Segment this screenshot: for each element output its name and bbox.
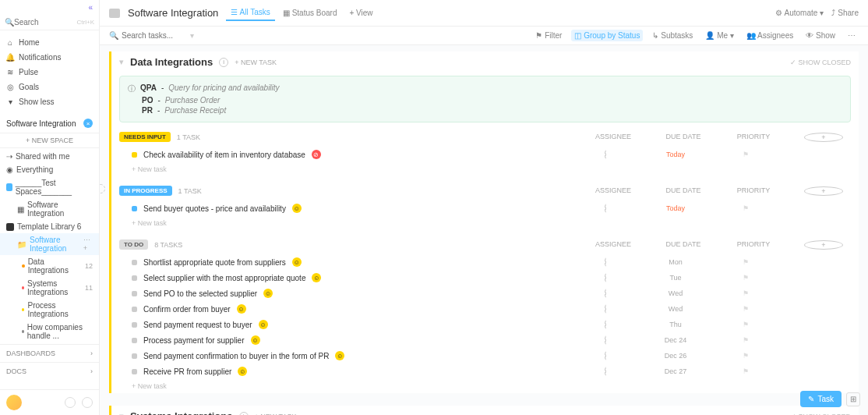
tab-status-board[interactable]: ▦ Status Board xyxy=(278,5,342,21)
task-row[interactable]: Shortlist appropriate quote from supplie… xyxy=(111,254,859,270)
sidebar-item-shared[interactable]: ⇢Shared with me xyxy=(0,150,99,163)
task-row[interactable]: Receive PR from supplier ☺ Dec 27 ⚑ xyxy=(111,364,859,379)
due-date[interactable]: Wed xyxy=(656,305,695,313)
new-task-button[interactable]: + NEW TASK xyxy=(235,59,277,66)
due-date[interactable]: Tue xyxy=(656,274,695,282)
filter-button[interactable]: ⚑ Filter xyxy=(532,30,565,41)
task-row[interactable]: Process payment for supplier ☺ Dec 24 ⚑ xyxy=(111,332,859,348)
due-date[interactable]: Today xyxy=(656,151,695,158)
assignee-placeholder[interactable] xyxy=(605,367,606,376)
sidebar-item-test-spaces[interactable]: ______Test Spaces_______ xyxy=(0,176,99,198)
sidebar-search[interactable]: 🔍 Ctrl+K xyxy=(0,15,99,30)
due-date[interactable]: Dec 26 xyxy=(656,352,695,360)
show-button[interactable]: 👁 Show xyxy=(803,30,838,41)
assignee-placeholder[interactable] xyxy=(605,351,606,360)
footer-action-1[interactable] xyxy=(65,397,76,408)
space-header[interactable]: Software Integration × xyxy=(0,114,99,133)
task-row[interactable]: Send payment request to buyer ☺ Thu ⚑ xyxy=(111,317,859,332)
priority-flag-icon[interactable]: ⚑ xyxy=(726,321,765,328)
info-icon[interactable]: i xyxy=(219,58,228,67)
priority-flag-icon[interactable]: ⚑ xyxy=(726,305,765,313)
due-date[interactable]: Wed xyxy=(656,289,695,297)
due-date[interactable]: Today xyxy=(656,204,695,212)
sidebar-list-systems-integrations[interactable]: Systems Integrations11 xyxy=(0,277,99,299)
priority-flag-icon[interactable]: ⚑ xyxy=(726,289,765,297)
share-button[interactable]: ⤴Share xyxy=(831,9,859,17)
sidebar-list-process-integrations[interactable]: Process Integrations xyxy=(0,299,99,321)
group-by-button[interactable]: ◫ Group by Status xyxy=(571,30,643,41)
assignee-placeholder[interactable] xyxy=(605,273,606,282)
assignees-button[interactable]: 👥 Assignees xyxy=(743,30,796,41)
task-row[interactable]: Send buyer quotes - price and availabili… xyxy=(111,200,859,216)
new-task-button[interactable]: + NEW TASK xyxy=(255,413,297,416)
collapse-sidebar-button[interactable]: « xyxy=(0,0,99,15)
show-closed-toggle[interactable]: ✓ SHOW CLOSED xyxy=(790,59,851,66)
due-date[interactable]: Dec 24 xyxy=(656,336,695,344)
automate-button[interactable]: ⚙Automate▾ xyxy=(775,9,824,17)
assignee-placeholder[interactable] xyxy=(605,257,606,267)
priority-flag-icon[interactable]: ⚑ xyxy=(726,258,765,266)
status-pill[interactable]: TO DO xyxy=(119,239,148,250)
priority-flag-icon[interactable]: ⚑ xyxy=(726,336,765,344)
task-row[interactable]: Send payment confirmation to buyer in th… xyxy=(111,348,859,364)
priority-flag-icon[interactable]: ⚑ xyxy=(726,352,765,360)
tab-all-tasks[interactable]: ☰ All Tasks xyxy=(226,5,275,21)
due-date[interactable]: Mon xyxy=(656,258,695,266)
due-date[interactable]: Dec 27 xyxy=(656,367,695,375)
task-row[interactable]: Confirm order from buyer ☺ Wed ⚑ xyxy=(111,301,859,317)
close-icon[interactable]: × xyxy=(83,119,93,128)
status-pill[interactable]: IN PROGRESS xyxy=(119,186,172,196)
due-date[interactable]: Thu xyxy=(656,321,695,328)
sidebar-item-software-integration[interactable]: ▦Software Integration xyxy=(0,198,99,220)
nav-item-goals[interactable]: ◎Goals xyxy=(0,80,99,94)
sidebar-list-data-integrations[interactable]: Data Integrations12 xyxy=(0,255,99,277)
footer-action-2[interactable] xyxy=(82,397,93,408)
show-closed-toggle[interactable]: ✓ SHOW CLOSED xyxy=(790,413,851,416)
new-task-inline[interactable]: + New task xyxy=(111,162,859,176)
folder-actions[interactable]: ⋯ + xyxy=(83,236,93,252)
avatar[interactable] xyxy=(6,395,22,410)
nav-item-notifications[interactable]: 🔔Notifications xyxy=(0,50,99,65)
status-pill[interactable]: NEEDS INPUT xyxy=(119,132,171,142)
assignee-placeholder[interactable] xyxy=(605,304,606,314)
assignee-placeholder[interactable] xyxy=(605,335,606,345)
docs-section[interactable]: DOCS› xyxy=(0,362,99,380)
apps-button[interactable]: ⊞ xyxy=(846,392,860,406)
more-button[interactable]: ⋯ xyxy=(845,30,859,41)
task-search-input[interactable] xyxy=(122,31,184,40)
task-row[interactable]: Select supplier with the most appropriat… xyxy=(111,270,859,286)
assignee-placeholder[interactable] xyxy=(605,289,606,298)
task-row[interactable]: Send PO to the selected supplier ☺ Wed ⚑ xyxy=(111,286,859,301)
info-icon[interactable]: i xyxy=(239,412,249,416)
new-space-button[interactable]: + NEW SPACE xyxy=(0,133,99,148)
sidebar-item-everything[interactable]: ◉Everything xyxy=(0,163,99,176)
sidebar-search-input[interactable] xyxy=(14,18,61,27)
new-task-inline[interactable]: + New task xyxy=(111,216,859,230)
add-column-button[interactable]: + xyxy=(804,133,843,142)
add-column-button[interactable]: + xyxy=(804,240,843,250)
drag-handle-icon[interactable] xyxy=(100,184,105,193)
priority-flag-icon[interactable]: ⚑ xyxy=(726,151,765,158)
dashboards-section[interactable]: DASHBOARDS› xyxy=(0,344,99,362)
collapse-icon[interactable]: ▾ xyxy=(119,57,124,67)
add-column-button[interactable]: + xyxy=(804,186,843,196)
task-row[interactable]: Check availability of item in inventory … xyxy=(111,147,859,162)
tab--view[interactable]: + View xyxy=(344,5,377,21)
subtasks-button[interactable]: ↳ Subtasks xyxy=(649,30,696,41)
new-task-inline[interactable]: + New task xyxy=(111,379,859,393)
sidebar-item-template-library[interactable]: Template Library 6 xyxy=(0,220,99,233)
priority-flag-icon[interactable]: ⚑ xyxy=(726,204,765,212)
me-button[interactable]: 👤 Me ▾ xyxy=(702,30,736,41)
nav-item-pulse[interactable]: ≋Pulse xyxy=(0,65,99,80)
assignee-placeholder[interactable] xyxy=(605,320,606,329)
assignee-placeholder[interactable] xyxy=(605,204,606,213)
collapse-icon[interactable]: ▾ xyxy=(119,411,124,415)
assignee-placeholder[interactable] xyxy=(605,150,606,159)
sidebar-list-how-companies-handle-[interactable]: How companies handle ... xyxy=(0,321,99,342)
priority-flag-icon[interactable]: ⚑ xyxy=(726,274,765,282)
new-task-fab[interactable]: ✎ Task xyxy=(800,391,842,407)
nav-item-show-less[interactable]: ▾Show less xyxy=(0,94,99,109)
priority-flag-icon[interactable]: ⚑ xyxy=(726,367,765,375)
nav-item-home[interactable]: ⌂Home xyxy=(0,35,99,50)
sidebar-folder-software-integration[interactable]: 📁Software Integration⋯ + xyxy=(0,233,99,255)
